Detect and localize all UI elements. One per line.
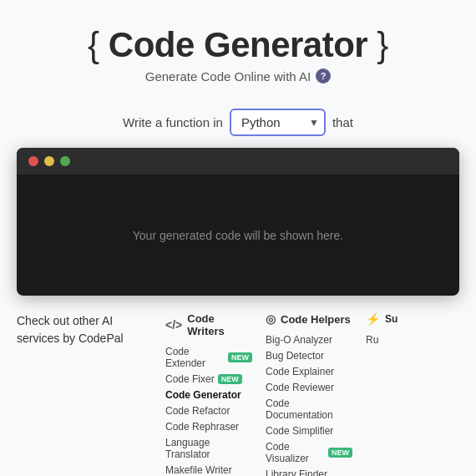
list-item: Code Simplifier xyxy=(266,425,352,437)
bottom-section: Check out other AI services by CodePal <… xyxy=(0,296,476,476)
su-icon: ⚡ xyxy=(366,312,380,326)
list-item: Code Explainer xyxy=(266,366,352,377)
list-item: Ru xyxy=(366,334,453,346)
code-explainer-link[interactable]: Code Explainer xyxy=(266,366,352,377)
code-writers-col: </> Code Writers Code Extender NEW Code … xyxy=(159,312,259,476)
code-writers-list: Code Extender NEW Code Fixer NEW Code Ge… xyxy=(165,346,252,476)
code-generator-link[interactable]: Code Generator xyxy=(165,389,252,401)
bug-detector-link[interactable]: Bug Detector xyxy=(266,350,352,362)
terminal-maximize-dot xyxy=(60,156,70,166)
list-item: Code Refactor xyxy=(165,405,252,417)
list-item: Bug Detector xyxy=(266,350,352,362)
list-item: Code Generator xyxy=(165,389,252,401)
language-translator-link[interactable]: Language Translator xyxy=(165,437,252,460)
terminal-placeholder: Your generated code will be shown here. xyxy=(133,229,343,242)
page-title: { Code Generator } xyxy=(0,25,476,65)
terminal-close-dot xyxy=(28,156,38,166)
list-item: Code Visualizer NEW xyxy=(266,441,352,464)
library-finder-link[interactable]: Library Finder xyxy=(266,468,352,476)
code-simplifier-link[interactable]: Code Simplifier xyxy=(266,425,352,437)
code-writers-icon: </> xyxy=(165,318,182,332)
code-visualizer-link[interactable]: Code Visualizer NEW xyxy=(266,441,352,464)
code-fixer-link[interactable]: Code Fixer NEW xyxy=(165,373,252,385)
su-col: ⚡ Su Ru xyxy=(359,312,459,476)
intro-col: Check out other AI services by CodePal xyxy=(17,312,159,476)
code-extender-link[interactable]: Code Extender NEW xyxy=(165,346,252,369)
list-item: Code Rephraser xyxy=(165,421,252,433)
su-header: ⚡ Su xyxy=(366,312,453,326)
list-item: Big-O Analyzer xyxy=(266,334,352,346)
list-item: Library Finder xyxy=(266,468,352,476)
code-writers-label: Code Writers xyxy=(187,312,252,337)
input-row: Write a function in Python JavaScript Ty… xyxy=(0,97,476,148)
terminal-minimize-dot xyxy=(44,156,54,166)
code-writers-header: </> Code Writers xyxy=(165,312,252,337)
new-badge: NEW xyxy=(228,352,252,362)
new-badge: NEW xyxy=(328,448,352,458)
code-documentation-link[interactable]: Code Documentation xyxy=(266,398,352,421)
code-rephraser-link[interactable]: Code Rephraser xyxy=(165,421,252,433)
su-label: Su xyxy=(385,313,398,325)
code-helpers-header: ◎ Code Helpers xyxy=(266,312,352,326)
list-item: Code Extender NEW xyxy=(165,346,252,369)
terminal-body: Your generated code will be shown here. xyxy=(17,175,459,296)
makefile-writer-link[interactable]: Makefile Writer xyxy=(165,464,252,476)
language-select-wrapper[interactable]: Python JavaScript TypeScript Java C++ C#… xyxy=(230,109,326,136)
help-icon[interactable]: ? xyxy=(316,68,331,84)
services-cols: </> Code Writers Code Extender NEW Code … xyxy=(159,312,459,476)
bracket-right: } xyxy=(367,25,388,64)
title-text: Code Generator xyxy=(109,25,367,64)
subtitle-row: Generate Code Online with AI ? xyxy=(0,68,476,84)
bracket-left: { xyxy=(88,25,109,64)
list-item: Makefile Writer xyxy=(165,464,252,476)
list-item: Language Translator xyxy=(165,437,252,460)
terminal-bar xyxy=(17,148,459,175)
ru-link[interactable]: Ru xyxy=(366,334,453,346)
su-list: Ru xyxy=(366,334,453,346)
code-refactor-link[interactable]: Code Refactor xyxy=(165,405,252,417)
code-helpers-list: Big-O Analyzer Bug Detector Code Explain… xyxy=(266,334,352,476)
language-select[interactable]: Python JavaScript TypeScript Java C++ C#… xyxy=(230,109,326,136)
subtitle-text: Generate Code Online with AI xyxy=(145,69,311,84)
list-item: Code Reviewer xyxy=(266,382,352,393)
bigo-analyzer-link[interactable]: Big-O Analyzer xyxy=(266,334,352,346)
code-reviewer-link[interactable]: Code Reviewer xyxy=(266,382,352,393)
code-helpers-label: Code Helpers xyxy=(281,313,351,326)
code-terminal: Your generated code will be shown here. xyxy=(17,148,459,296)
input-suffix: that xyxy=(332,115,353,129)
intro-text: Check out other AI services by CodePal xyxy=(17,312,159,347)
page-header: { Code Generator } Generate Code Online … xyxy=(0,0,476,97)
list-item: Code Fixer NEW xyxy=(165,373,252,385)
list-item: Code Documentation xyxy=(266,398,352,421)
code-helpers-col: ◎ Code Helpers Big-O Analyzer Bug Detect… xyxy=(259,312,359,476)
input-prefix: Write a function in xyxy=(123,115,223,129)
new-badge: NEW xyxy=(218,374,242,384)
code-helpers-icon: ◎ xyxy=(266,312,276,326)
